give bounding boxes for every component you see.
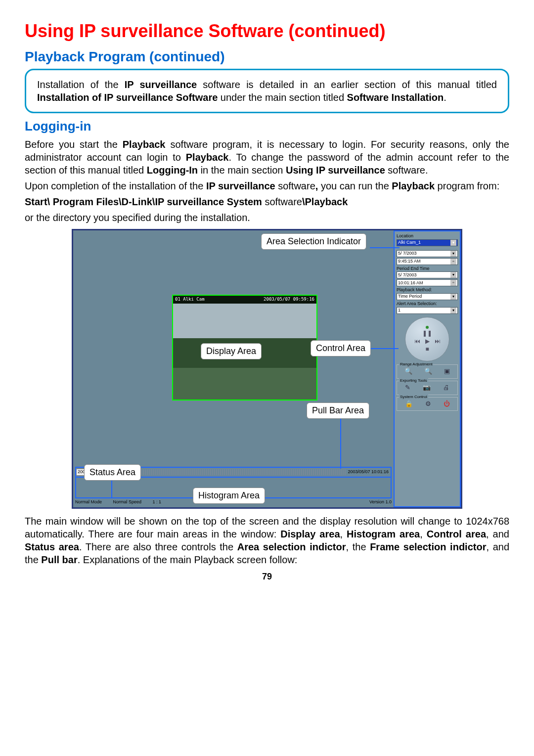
main-area: Area Selection Indicator Display Area Co…: [73, 230, 394, 507]
print-icon[interactable]: 🖨: [443, 384, 449, 392]
settings-icon[interactable]: ⚙: [425, 400, 431, 408]
range-label: Range Adjustment: [399, 362, 433, 367]
text: .: [444, 92, 446, 103]
text-bold: Logging-In: [147, 165, 198, 176]
callout-line: [340, 416, 341, 469]
callout-control: Control Area: [311, 340, 371, 356]
playback-method-dropdown[interactable]: Time Period▾: [397, 293, 458, 300]
paragraph-4: The main window will be shown on the top…: [25, 515, 509, 566]
page-title: Using IP surveillance Software (continue…: [25, 20, 509, 43]
callout-histogram: Histogram Area: [193, 488, 265, 504]
zoom-out-icon[interactable]: 🔍: [424, 367, 432, 376]
date-value: 5/ 7/2003: [398, 251, 417, 257]
alert-area-dropdown[interactable]: 1▾: [397, 307, 458, 314]
next-icon[interactable]: ⏭: [435, 338, 441, 346]
callout-status: Status Area: [84, 464, 141, 481]
text-bold: Playback: [123, 139, 166, 150]
callout-pullbar: Pull Bar Area: [307, 402, 369, 419]
text: Before you start the: [25, 139, 123, 150]
chevron-down-icon: ▾: [450, 294, 456, 300]
text: you can run the: [318, 180, 392, 191]
chevron-down-icon: ▾: [450, 240, 456, 246]
end-time-field[interactable]: 10:01:16 AM÷: [397, 279, 458, 286]
date-value: 5/ 7/2003: [398, 272, 417, 278]
section-heading: Playback Program (continued): [25, 48, 509, 66]
location-label: Location: [397, 233, 458, 239]
text-bold: Histogram area: [347, 529, 420, 539]
text-bold: IP surveillance: [125, 79, 197, 90]
location-dropdown[interactable]: Alki Cam_1▾: [397, 239, 458, 246]
page-number: 79: [25, 571, 509, 582]
text-bold: Status area: [25, 541, 79, 552]
prev-icon[interactable]: ⏮: [414, 338, 420, 346]
text-bold: Display area: [280, 529, 340, 539]
snapshot-icon[interactable]: 📷: [423, 384, 431, 392]
period-end-label: Period End Time: [397, 266, 458, 272]
text-bold: Area selection indictor: [237, 541, 346, 552]
pause-icon[interactable]: ❚❚: [422, 330, 432, 338]
pullbar-timestamp: 2003/05/07 10:01:16: [348, 469, 389, 475]
time-value: 10:01:16 AM: [398, 280, 423, 286]
end-date-field[interactable]: 5/ 7/2003▾: [397, 271, 458, 278]
start-date-field[interactable]: 5/ 7/2003▾: [397, 250, 458, 257]
power-icon[interactable]: ⏻: [444, 400, 450, 408]
status-speed: Normal Speed: [113, 499, 142, 504]
text-bold: Frame selection indictor: [370, 541, 486, 552]
text: , and: [486, 529, 509, 539]
paragraph-1: Before you start the Playback software p…: [25, 138, 509, 177]
text-bold: Control area: [427, 529, 486, 539]
text: . Explanations of the main Playback scre…: [78, 554, 298, 565]
text-bold: Playback: [186, 152, 229, 163]
text-bold: Playback: [392, 180, 435, 191]
text-bold: Using IP surveillance: [286, 165, 385, 176]
fit-icon[interactable]: ▣: [444, 367, 450, 376]
time-value: 9:45:15 AM: [398, 259, 421, 265]
play-icon[interactable]: ▶: [425, 338, 430, 346]
jog-control[interactable]: ❚❚ ⏮ ▶ ⏭ ■: [405, 317, 449, 361]
alert-value: 1: [398, 308, 400, 313]
path-bold: \Playback: [302, 196, 348, 207]
video-image: [173, 304, 316, 338]
status-ratio: 1 : 1: [153, 499, 162, 504]
chevron-down-icon: ▾: [450, 272, 456, 278]
playback-method-label: Playback Method:: [397, 287, 458, 293]
paragraph-2: Upon completion of the installation of t…: [25, 179, 509, 192]
exporting-tools-group: Exporting Tools ✎ 📷 🖨: [397, 381, 458, 395]
document-page: Using IP surveillance Software (continue…: [25, 20, 509, 582]
path-line: Start\ Program Files\D-Link\IP surveilla…: [25, 195, 509, 208]
location-value: Alki Cam_1: [398, 240, 421, 246]
text: software.: [385, 165, 428, 176]
stop-icon[interactable]: ■: [425, 346, 429, 354]
paragraph-3: or the directory you specified during th…: [25, 211, 509, 224]
spinner-icon: ÷: [450, 280, 456, 286]
start-time-field[interactable]: 9:45:15 AM÷: [397, 258, 458, 265]
save-icon[interactable]: ✎: [405, 384, 410, 392]
export-label: Exporting Tools: [399, 378, 428, 383]
text: Installation of the: [37, 79, 125, 90]
callout-line: [369, 348, 399, 349]
text: in the main section: [198, 165, 286, 176]
status-mode: Normal Mode: [75, 499, 102, 504]
system-label: System Control: [399, 395, 428, 400]
text: under the main section titled: [218, 92, 347, 103]
text: program from:: [435, 180, 499, 191]
record-dot-icon: [426, 326, 429, 329]
status-version: Version 1.0: [369, 499, 392, 506]
chevron-down-icon: ▾: [450, 308, 456, 313]
video-image: [173, 368, 316, 400]
spinner-icon: ÷: [450, 259, 456, 265]
text-bold: Pull bar: [41, 554, 77, 565]
zoom-in-icon[interactable]: 🔍: [404, 367, 412, 376]
text-bold: Software Installation: [347, 92, 444, 103]
callout-display: Display Area: [201, 343, 262, 359]
chevron-down-icon: ▾: [450, 251, 456, 257]
pb-method-value: Time Period: [398, 294, 422, 300]
system-control-group: System Control 🔒 ⚙ ⏻: [397, 397, 458, 411]
lock-icon[interactable]: 🔒: [405, 400, 413, 408]
text-bold: Installation of IP surveillance Software: [37, 92, 218, 103]
path-plain: software: [265, 196, 302, 207]
text: . There are also three controls the: [79, 541, 237, 552]
text: software is detailed in an earlier secti…: [197, 79, 497, 90]
text: ,: [340, 529, 347, 539]
text: , the: [346, 541, 370, 552]
